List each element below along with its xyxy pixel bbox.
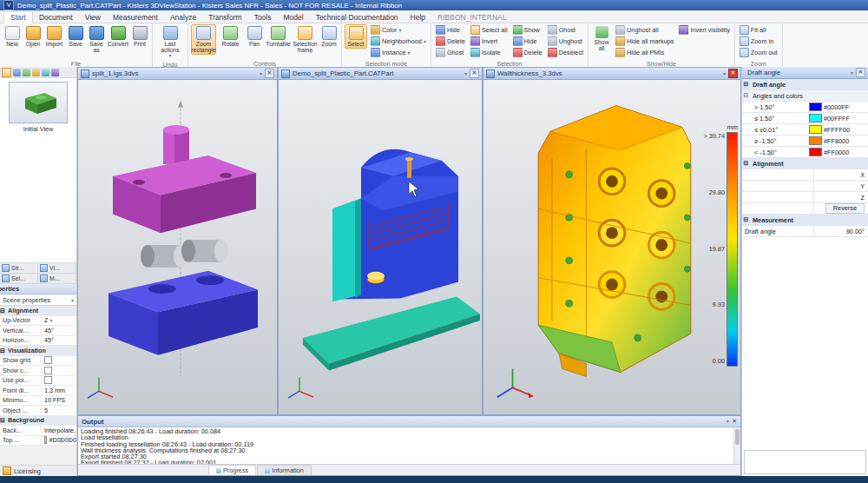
color-swatch[interactable] [809, 136, 822, 145]
save-button[interactable]: Save [66, 24, 85, 49]
chevron-down-icon[interactable]: ▾ [260, 70, 262, 76]
select-button[interactable]: Select [345, 24, 367, 49]
ghost-other-button[interactable]: Ghost [546, 24, 585, 36]
deselect-button[interactable]: Deselect [546, 47, 585, 58]
pan-button[interactable]: Pan [245, 24, 264, 49]
chevron-down-icon[interactable]: ▾ [851, 69, 853, 76]
zoom-in-button[interactable]: Zoom in [738, 36, 779, 47]
tab-technical-documentation[interactable]: Technical Documentation [310, 12, 404, 23]
show-all-button[interactable]: Show all [591, 24, 612, 53]
3d-canvas-engine-block[interactable] [483, 80, 740, 414]
new-button[interactable]: New [3, 24, 22, 49]
tab-tools[interactable]: Tools [248, 12, 278, 23]
invert-button[interactable]: Invert [469, 36, 510, 47]
property-section[interactable]: ⊟Visualization [0, 346, 76, 356]
draft-angle-value[interactable]: 90.00° [813, 226, 868, 236]
axis-y-button[interactable]: Y [813, 181, 868, 191]
close-icon[interactable]: ✕ [856, 68, 865, 77]
color-swatch[interactable] [809, 103, 822, 111]
select-neighborhood-button[interactable]: Neighborhood▾ [369, 36, 428, 47]
color-swatch[interactable] [809, 114, 822, 122]
zoom-rectangle-button[interactable]: Zoom rectangle [191, 24, 216, 55]
tab-model[interactable]: Model [277, 12, 309, 23]
checkbox[interactable] [44, 376, 52, 384]
left-toolbar-icon[interactable] [23, 69, 30, 76]
hide-all-pmis-button[interactable]: Hide all PMIs [614, 47, 675, 58]
left-toolbar-icon[interactable] [51, 69, 59, 76]
measurement-section[interactable]: ⊟Measurement [742, 215, 868, 226]
show-button[interactable]: Show [511, 24, 544, 36]
zoom-button[interactable]: Zoom [319, 24, 339, 49]
tab-document[interactable]: Document [33, 12, 79, 23]
show-grid-checkbox[interactable] [44, 356, 52, 364]
invert-visibility-button[interactable]: Invert visibility [677, 24, 731, 36]
select-color-button[interactable]: Color▾ [369, 24, 428, 36]
left-toolbar-icon[interactable] [13, 69, 21, 76]
chevron-down-icon[interactable]: ▾ [727, 418, 729, 425]
draft-angle-section[interactable]: ⊟Draft angle [742, 79, 868, 90]
select-all-button[interactable]: Select all [469, 24, 510, 36]
output-header[interactable]: Output ▾✕ [78, 416, 740, 427]
color-swatch[interactable] [44, 436, 47, 444]
viewport-1-canvas[interactable] [78, 80, 277, 414]
left-toolbar-icon[interactable] [42, 69, 49, 76]
hide-other-button[interactable]: Hide [511, 36, 544, 47]
ghost-button[interactable]: Ghost [434, 47, 467, 58]
reverse-button[interactable]: Reverse [825, 203, 865, 214]
viewport-2-canvas[interactable] [279, 80, 482, 414]
tab-structure[interactable]: Str... [0, 263, 38, 273]
angles-colors-subsection[interactable]: ⊟Angles and colors [742, 90, 868, 102]
import-button[interactable]: Import [44, 24, 64, 49]
tab-views[interactable]: Vi... [38, 263, 76, 273]
turntable-button[interactable]: Turntable [266, 24, 291, 49]
unghost-all-button[interactable]: Unghost all [614, 24, 675, 36]
close-icon[interactable]: ✕ [470, 69, 479, 78]
unghost-button[interactable]: Unghost [546, 36, 585, 47]
tab-measurement[interactable]: Measurement [107, 12, 164, 23]
alignment-section[interactable]: ⊟Alignment [742, 158, 868, 169]
save-as-button[interactable]: Save as [87, 24, 106, 55]
tab-view[interactable]: View [79, 12, 107, 23]
close-icon[interactable]: ✕ [732, 418, 737, 425]
3d-canvas-plastic-part[interactable] [279, 80, 482, 414]
left-toolbar-icon[interactable] [32, 69, 40, 76]
tab-transform[interactable]: Transform [202, 12, 247, 23]
tab-models[interactable]: M... [38, 274, 76, 283]
select-instance-button[interactable]: Instance▾ [369, 47, 428, 58]
viewport-3-canvas[interactable]: mm > 39.74 29.80 19.87 9.93 0.00 [483, 80, 740, 414]
axis-z-button[interactable]: Z [813, 192, 868, 202]
property-section[interactable]: ⊟Alignment [0, 306, 76, 316]
zoom-out-button[interactable]: Zoom out [738, 47, 779, 58]
property-section[interactable]: ⊟Background [0, 416, 76, 427]
checkbox[interactable] [44, 367, 52, 374]
tab-licensing[interactable]: Licensing [0, 465, 76, 476]
initial-view-thumbnail[interactable] [9, 82, 68, 123]
color-swatch[interactable] [809, 148, 822, 156]
tab-information[interactable]: Information [257, 465, 312, 475]
axis-x-button[interactable]: X [813, 169, 868, 180]
close-icon[interactable]: ✕ [728, 69, 738, 78]
isolate-button[interactable]: Isolate [469, 47, 510, 58]
viewport-2-header[interactable]: Demo_split_Plastic_Part.CATPart ▾ ✕ [279, 68, 482, 80]
scrollbar-thumb[interactable] [735, 429, 740, 445]
viewport-3-header[interactable]: Wallthickness_3.3dvs ▾ ✕ [483, 68, 740, 80]
hide-button[interactable]: Hide [434, 24, 467, 36]
tab-ribbon-internal[interactable]: RIBBON_INTERNAL [431, 12, 512, 23]
color-swatch[interactable] [809, 125, 822, 134]
rotate-button[interactable]: Rotate [218, 24, 243, 49]
scene-properties-selector[interactable]: Scene properties▾ [0, 294, 76, 306]
tab-progress[interactable]: Progress [208, 465, 256, 475]
convert-button[interactable]: Convert [108, 24, 128, 49]
open-button[interactable]: Open [23, 24, 43, 49]
last-actions-button[interactable]: Last actions▾ [155, 24, 185, 61]
tab-help[interactable]: Help [404, 12, 431, 23]
print-button[interactable]: Print [130, 24, 149, 49]
app-logo-icon[interactable]: V [3, 0, 14, 10]
delete-other-button[interactable]: Delete [511, 47, 544, 58]
fit-all-button[interactable]: Fit all [738, 24, 779, 36]
3d-canvas-split-mold[interactable] [78, 80, 277, 414]
tab-analyze[interactable]: Analyze [164, 12, 202, 23]
selection-frame-button[interactable]: Selection frame [293, 24, 318, 55]
output-scrollbar[interactable] [733, 427, 740, 464]
viewport-1-header[interactable]: split_1.igs.3dvs ▾ ✕ [78, 68, 277, 80]
